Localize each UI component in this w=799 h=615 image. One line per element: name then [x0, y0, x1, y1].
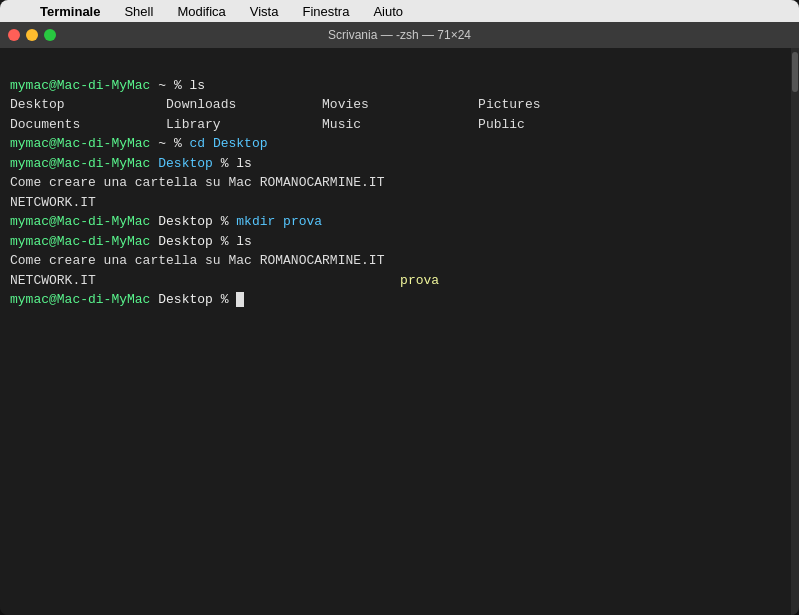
terminal-area[interactable]: mymac@Mac-di-MyMac ~ % ls Desktop Downlo…: [0, 48, 799, 615]
scrollbar-thumb[interactable]: [792, 52, 798, 92]
menu-bar: Terminale Shell Modifica Vista Finestra …: [0, 0, 799, 22]
menu-shell[interactable]: Shell: [120, 4, 157, 19]
scrollbar-track[interactable]: [791, 48, 799, 615]
close-button[interactable]: [8, 29, 20, 41]
menu-terminale[interactable]: Terminale: [36, 4, 104, 19]
menu-vista[interactable]: Vista: [246, 4, 283, 19]
title-bar: Scrivania — -zsh — 71×24: [0, 22, 799, 48]
terminal-window: Terminale Shell Modifica Vista Finestra …: [0, 0, 799, 615]
menu-modifica[interactable]: Modifica: [173, 4, 229, 19]
minimize-button[interactable]: [26, 29, 38, 41]
menu-finestra[interactable]: Finestra: [298, 4, 353, 19]
menu-aiuto[interactable]: Aiuto: [369, 4, 407, 19]
window-title: Scrivania — -zsh — 71×24: [328, 28, 471, 42]
terminal-output: mymac@Mac-di-MyMac ~ % ls Desktop Downlo…: [10, 56, 789, 329]
traffic-lights: [8, 29, 56, 41]
maximize-button[interactable]: [44, 29, 56, 41]
